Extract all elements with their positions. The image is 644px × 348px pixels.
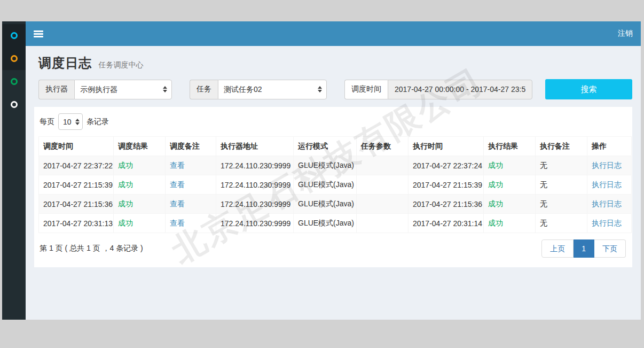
table-row: 2017-04-27 20:31:13 成功 查看 172.24.110.230… [39, 214, 632, 233]
topbar: 注销 [26, 21, 641, 46]
cell-handle-time: 2017-04-27 20:31:14 [409, 214, 484, 233]
circle-icon [11, 101, 18, 108]
cell-address: 172.24.110.230:9999 [216, 156, 294, 175]
cell-trigger-time: 2017-04-27 20:31:13 [39, 214, 114, 233]
cell-address: 172.24.110.230:9999 [216, 175, 294, 195]
executor-filter-group: 执行器 示例执行器 [38, 80, 172, 99]
exec-log-link[interactable]: 执行日志 [592, 199, 622, 208]
cell-param [357, 214, 409, 233]
col-header-handle-msg: 执行备注 [536, 137, 587, 156]
log-table-panel: 每页 10 条记录 [34, 107, 632, 267]
page-title: 调度日志 [38, 56, 92, 70]
app-window: 注销 调度日志 任务调度中心 执行器 示例执行器 任务 [2, 21, 641, 320]
cell-trigger-result: 成功 [114, 175, 166, 195]
circle-icon [11, 32, 18, 39]
cell-handle-result: 成功 [484, 214, 536, 233]
prev-page-button[interactable]: 上页 [541, 239, 574, 258]
cell-glue-type: GLUE模式(Java) [294, 214, 357, 233]
table-row: 2017-04-27 22:37:22 成功 查看 172.24.110.230… [39, 156, 632, 175]
col-header-glue-type: 运行模式 [294, 137, 357, 156]
job-select[interactable]: 测试任务02 [218, 80, 327, 99]
job-filter-label: 任务 [190, 80, 218, 99]
cell-trigger-result: 成功 [114, 195, 166, 214]
cell-handle-msg: 无 [536, 195, 587, 214]
log-table: 调度时间 调度结果 调度备注 执行器地址 运行模式 任务参数 执行时间 执行结果… [38, 136, 632, 233]
pagination: 上页 1 下页 [541, 239, 626, 258]
table-header-row: 调度时间 调度结果 调度备注 执行器地址 运行模式 任务参数 执行时间 执行结果… [39, 137, 632, 156]
trigger-time-filter-label: 调度时间 [344, 80, 388, 99]
sidebar-item-4[interactable] [2, 93, 26, 116]
cell-param [357, 195, 409, 214]
cell-trigger-result: 成功 [114, 214, 166, 233]
col-header-address: 执行器地址 [216, 137, 294, 156]
main-area: 注销 调度日志 任务调度中心 执行器 示例执行器 任务 [26, 21, 641, 320]
page-subtitle: 任务调度中心 [98, 60, 143, 69]
col-header-trigger-time: 调度时间 [39, 137, 114, 156]
cell-glue-type: GLUE模式(Java) [294, 195, 357, 214]
logout-link[interactable]: 注销 [618, 29, 633, 38]
circle-icon [11, 78, 18, 85]
search-button[interactable]: 搜索 [545, 79, 632, 99]
view-trigger-msg-link[interactable]: 查看 [170, 199, 185, 208]
content: 调度日志 任务调度中心 执行器 示例执行器 任务 [26, 46, 641, 320]
current-page-button[interactable]: 1 [574, 239, 594, 258]
cell-trigger-time: 2017-04-27 22:37:22 [39, 156, 114, 175]
menu-toggle-icon[interactable] [34, 30, 43, 37]
col-header-trigger-result: 调度结果 [114, 137, 166, 156]
table-row: 2017-04-27 21:15:39 成功 查看 172.24.110.230… [39, 175, 632, 195]
cell-address: 172.24.110.230:9999 [216, 214, 294, 233]
cell-trigger-time: 2017-04-27 21:15:36 [39, 195, 114, 214]
cell-handle-result: 成功 [484, 175, 536, 195]
trigger-time-filter-group: 调度时间 [344, 80, 532, 99]
col-header-param: 任务参数 [357, 137, 409, 156]
page-header: 调度日志 任务调度中心 [38, 55, 632, 72]
sidebar-item-1[interactable] [2, 24, 26, 47]
exec-log-link[interactable]: 执行日志 [592, 219, 622, 227]
executor-filter-label: 执行器 [38, 80, 74, 99]
view-trigger-msg-link[interactable]: 查看 [170, 161, 185, 169]
col-header-action: 操作 [587, 137, 632, 156]
cell-trigger-result: 成功 [114, 156, 166, 175]
cell-param [357, 156, 409, 175]
per-page-prefix-label: 每页 [40, 117, 54, 127]
executor-select[interactable]: 示例执行器 [74, 80, 172, 99]
cell-handle-time: 2017-04-27 21:15:36 [409, 195, 484, 214]
cell-glue-type: GLUE模式(Java) [294, 156, 357, 175]
circle-icon [11, 55, 18, 62]
trigger-time-range-input[interactable] [388, 80, 532, 99]
cell-handle-result: 成功 [484, 156, 536, 175]
cell-address: 172.24.110.230:9999 [216, 195, 294, 214]
col-header-handle-time: 执行时间 [409, 137, 484, 156]
sidebar-item-2[interactable] [2, 47, 26, 70]
cell-handle-time: 2017-04-27 21:15:39 [409, 175, 484, 195]
exec-log-link[interactable]: 执行日志 [592, 161, 622, 169]
next-page-button[interactable]: 下页 [594, 239, 626, 258]
cell-param [357, 175, 409, 195]
cell-glue-type: GLUE模式(Java) [294, 175, 357, 195]
col-header-trigger-msg: 调度备注 [166, 137, 216, 156]
view-trigger-msg-link[interactable]: 查看 [170, 180, 185, 189]
sidebar [2, 21, 26, 320]
per-page-suffix-label: 条记录 [87, 117, 109, 127]
cell-handle-msg: 无 [536, 175, 587, 195]
per-page-control: 每页 10 条记录 [40, 113, 628, 130]
table-footer: 第 1 页 ( 总共 1 页 ，4 条记录 ) 上页 1 下页 [38, 233, 628, 264]
cell-trigger-time: 2017-04-27 21:15:39 [39, 175, 114, 195]
view-trigger-msg-link[interactable]: 查看 [170, 219, 185, 227]
cell-handle-msg: 无 [536, 156, 587, 175]
table-row: 2017-04-27 21:15:36 成功 查看 172.24.110.230… [39, 195, 632, 214]
pagination-summary: 第 1 页 ( 总共 1 页 ，4 条记录 ) [40, 244, 143, 253]
job-filter-group: 任务 测试任务02 [190, 80, 327, 99]
sidebar-item-3[interactable] [2, 70, 26, 93]
cell-handle-time: 2017-04-27 22:37:24 [409, 156, 484, 175]
cell-handle-result: 成功 [484, 195, 536, 214]
filter-bar: 执行器 示例执行器 任务 测试任务02 [38, 79, 632, 99]
col-header-handle-result: 执行结果 [484, 137, 536, 156]
per-page-select[interactable]: 10 [58, 113, 83, 130]
exec-log-link[interactable]: 执行日志 [592, 180, 622, 189]
cell-handle-msg: 无 [536, 214, 587, 233]
